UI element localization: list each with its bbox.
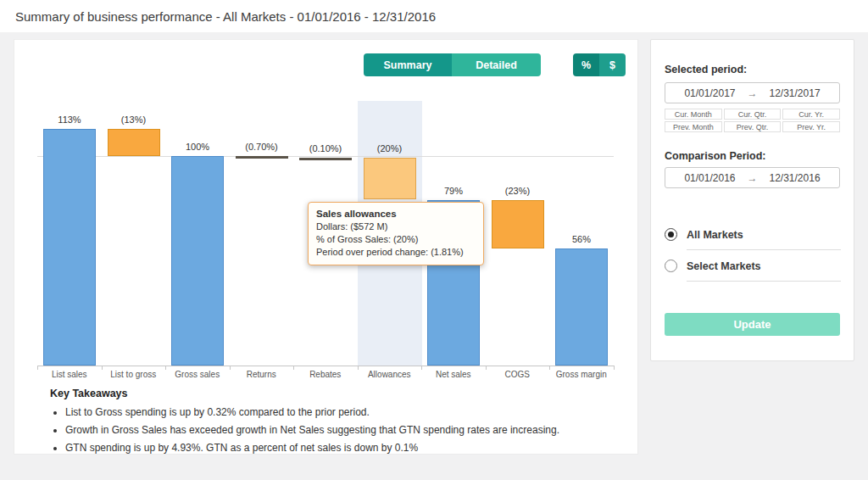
- period-shortcut-grid: Cur. Month Cur. Qtr. Cur. Yr. Prev. Mont…: [665, 109, 840, 132]
- x-axis-label: List to gross: [102, 370, 166, 379]
- summary-tab[interactable]: Summary: [364, 53, 452, 76]
- key-takeaways-heading: Key Takeaways: [50, 388, 620, 399]
- comparison-period-end: 12/31/2016: [770, 172, 821, 184]
- detailed-tab[interactable]: Detailed: [452, 53, 541, 76]
- bar-allowances[interactable]: [364, 158, 416, 199]
- prev-month-button[interactable]: Prev. Month: [665, 121, 722, 132]
- arrow-right-icon: →: [748, 172, 758, 184]
- divider: [687, 249, 841, 250]
- bar-value-label: (20%): [358, 143, 422, 153]
- x-axis-label: Net sales: [421, 370, 486, 379]
- tooltip-line: Dollars: ($572 M): [316, 220, 476, 233]
- bar-cogs[interactable]: [492, 200, 544, 248]
- bar-rebates[interactable]: [299, 158, 352, 160]
- axis-tick: [614, 366, 615, 370]
- unit-toggle: % $: [573, 53, 626, 76]
- x-axis-label: Gross sales: [165, 370, 230, 379]
- all-markets-radio[interactable]: All Markets: [665, 228, 743, 241]
- bar-returns[interactable]: [236, 156, 288, 159]
- cur-month-button[interactable]: Cur. Month: [665, 109, 722, 120]
- bar-gross-sales[interactable]: [171, 156, 224, 366]
- bar-list-to-gross[interactable]: [108, 129, 160, 156]
- tooltip-title: Sales allowances: [316, 209, 476, 219]
- chart-panel: 113%List sales(13%)List to gross100%Gros…: [14, 39, 638, 455]
- bar-value-label: (0.70%): [230, 142, 294, 152]
- selected-period-end: 12/31/2017: [770, 87, 821, 99]
- select-markets-radio[interactable]: Select Markets: [665, 260, 761, 272]
- select-markets-label: Select Markets: [687, 260, 761, 272]
- arrow-right-icon: →: [748, 87, 758, 99]
- dollar-toggle-button[interactable]: $: [599, 53, 626, 76]
- bar-value-label: (13%): [102, 114, 166, 125]
- takeaway-item: List to Gross spending is up by 0.32% co…: [65, 406, 620, 419]
- all-markets-label: All Markets: [687, 229, 743, 241]
- selected-period-label: Selected period:: [665, 64, 747, 75]
- comparison-period-input[interactable]: 01/01/2016 → 12/31/2016: [665, 167, 840, 188]
- prev-qtr-button[interactable]: Prev. Qtr.: [724, 121, 782, 132]
- x-axis-label: List sales: [37, 370, 102, 379]
- filter-panel: Selected period: 01/01/2017 → 12/31/2017…: [650, 39, 854, 361]
- comparison-period-label: Comparison Period:: [665, 150, 765, 162]
- page-title: Summary of business performance - All Ma…: [15, 9, 436, 24]
- prev-yr-button[interactable]: Prev. Yr.: [782, 121, 840, 132]
- key-takeaways-list: List to Gross spending is up by 0.32% co…: [50, 406, 620, 455]
- bar-value-label: 56%: [549, 234, 614, 244]
- divider: [687, 281, 841, 282]
- bar-value-label: 100%: [165, 142, 230, 152]
- x-axis-label: Returns: [230, 370, 294, 379]
- radio-selected-icon[interactable]: [665, 228, 677, 241]
- bar-value-label: 79%: [421, 186, 486, 196]
- x-axis-label: Rebates: [293, 370, 358, 379]
- tooltip-line: Period over period change: (1.81%): [316, 246, 476, 259]
- takeaway-item: GTN spending is up by 4.93%. GTN as a pe…: [65, 442, 620, 455]
- x-axis-label: Gross margin: [549, 370, 614, 379]
- radio-unselected-icon[interactable]: [665, 260, 677, 272]
- cur-qtr-button[interactable]: Cur. Qtr.: [724, 109, 782, 120]
- bar-list-sales[interactable]: [43, 129, 96, 366]
- chart-tooltip: Sales allowances Dollars: ($572 M) % of …: [308, 202, 484, 265]
- tooltip-line: % of Gross Sales: (20%): [316, 233, 476, 246]
- percent-toggle-button[interactable]: %: [573, 53, 599, 76]
- comparison-period-start: 01/01/2016: [684, 172, 735, 184]
- view-toggle: Summary Detailed: [364, 53, 541, 76]
- selected-period-input[interactable]: 01/01/2017 → 12/31/2017: [665, 82, 840, 103]
- x-axis-label: Allowances: [358, 370, 422, 379]
- x-axis-line: [37, 366, 614, 366]
- bar-value-label: (0.10%): [293, 143, 358, 153]
- selected-period-start: 01/01/2017: [684, 87, 735, 99]
- update-button[interactable]: Update: [665, 313, 840, 336]
- bar-gross-margin[interactable]: [555, 248, 608, 366]
- takeaway-item: Growth in Gross Sales has exceeded growt…: [65, 424, 620, 437]
- key-takeaways: Key Takeaways List to Gross spending is …: [50, 388, 620, 460]
- cur-yr-button[interactable]: Cur. Yr.: [782, 109, 840, 120]
- bar-value-label: 113%: [37, 114, 102, 125]
- x-axis-label: COGS: [486, 370, 550, 379]
- bar-value-label: (23%): [486, 186, 550, 196]
